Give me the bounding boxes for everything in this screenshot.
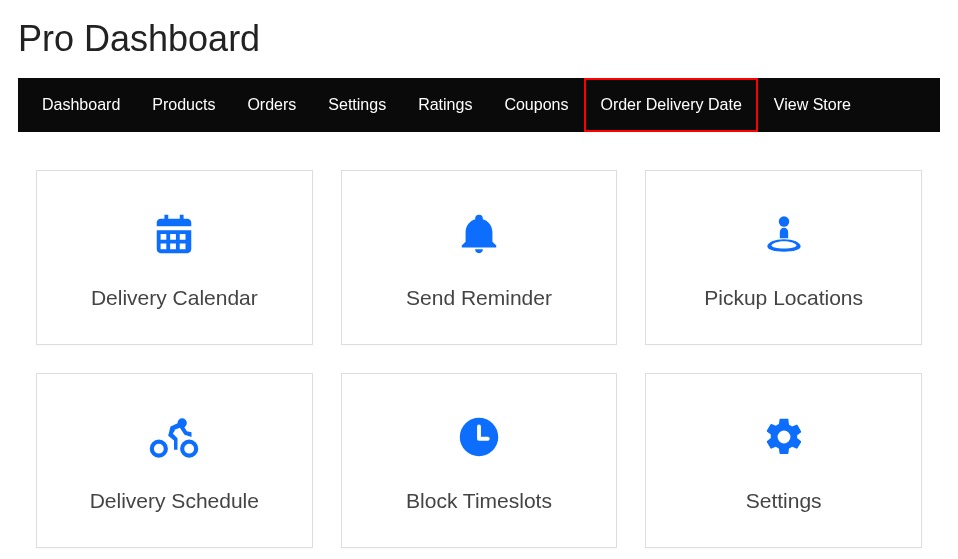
page-title: Pro Dashboard: [18, 18, 940, 60]
svg-point-2: [182, 441, 196, 455]
card-delivery-schedule[interactable]: Delivery Schedule: [36, 373, 313, 548]
cards-grid: Delivery Calendar Send Reminder Pickup L…: [18, 170, 940, 548]
nav-item-dashboard[interactable]: Dashboard: [26, 78, 136, 132]
nav-item-view-store[interactable]: View Store: [758, 78, 867, 132]
nav-item-order-delivery-date[interactable]: Order Delivery Date: [584, 78, 757, 132]
gear-icon: [762, 409, 806, 465]
card-delivery-calendar[interactable]: Delivery Calendar: [36, 170, 313, 345]
location-person-icon: [759, 206, 809, 262]
nav-item-coupons[interactable]: Coupons: [488, 78, 584, 132]
card-label: Block Timeslots: [406, 489, 552, 513]
card-label: Delivery Schedule: [90, 489, 259, 513]
card-settings[interactable]: Settings: [645, 373, 922, 548]
bell-icon: [456, 206, 502, 262]
svg-point-0: [778, 216, 788, 226]
card-pickup-locations[interactable]: Pickup Locations: [645, 170, 922, 345]
card-label: Settings: [746, 489, 822, 513]
main-nav: Dashboard Products Orders Settings Ratin…: [18, 78, 940, 132]
bike-icon: [146, 409, 202, 465]
card-block-timeslots[interactable]: Block Timeslots: [341, 373, 618, 548]
nav-item-ratings[interactable]: Ratings: [402, 78, 488, 132]
card-label: Send Reminder: [406, 286, 552, 310]
calendar-icon: [151, 206, 197, 262]
card-label: Pickup Locations: [704, 286, 863, 310]
nav-item-products[interactable]: Products: [136, 78, 231, 132]
card-send-reminder[interactable]: Send Reminder: [341, 170, 618, 345]
nav-item-settings[interactable]: Settings: [312, 78, 402, 132]
clock-icon: [458, 409, 500, 465]
card-label: Delivery Calendar: [91, 286, 258, 310]
nav-item-orders[interactable]: Orders: [231, 78, 312, 132]
svg-point-1: [152, 441, 166, 455]
